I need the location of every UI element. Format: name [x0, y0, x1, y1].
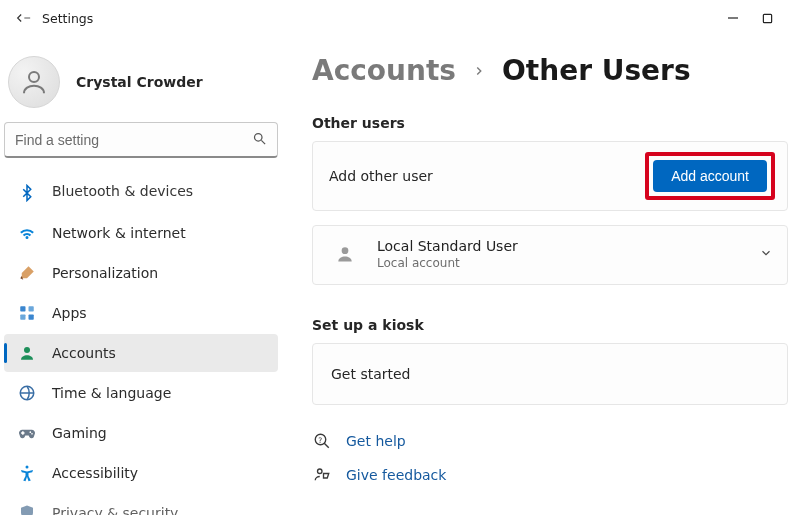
- breadcrumb-current: Other Users: [502, 54, 691, 87]
- sidebar-item-accessibility[interactable]: Accessibility: [4, 454, 278, 492]
- section-kiosk-label: Set up a kiosk: [312, 317, 788, 333]
- user-entry-name: Local Standard User: [377, 238, 741, 254]
- bluetooth-icon: [16, 182, 38, 204]
- nav-list: Bluetooth & devices Network & internet P…: [0, 172, 282, 515]
- sidebar-item-privacy[interactable]: Privacy & security: [4, 494, 278, 515]
- avatar: [8, 56, 60, 108]
- svg-point-13: [31, 433, 33, 435]
- get-help-row[interactable]: ? Get help: [312, 431, 788, 451]
- person-icon: [331, 240, 359, 268]
- svg-point-3: [29, 72, 39, 82]
- kiosk-get-started-row[interactable]: Get started: [312, 343, 788, 405]
- shield-icon: [16, 502, 38, 515]
- svg-point-21: [318, 469, 323, 474]
- person-outline-icon: [19, 67, 49, 97]
- svg-line-5: [261, 140, 265, 144]
- person-icon: [16, 342, 38, 364]
- clock-globe-icon: [16, 382, 38, 404]
- give-feedback-row[interactable]: Give feedback: [312, 465, 788, 485]
- sidebar-item-gaming[interactable]: Gaming: [4, 414, 278, 452]
- sidebar-item-bluetooth[interactable]: Bluetooth & devices: [4, 174, 278, 212]
- feedback-icon: [312, 465, 332, 485]
- svg-rect-8: [20, 315, 25, 320]
- add-other-user-text: Add other user: [329, 168, 433, 184]
- sidebar-item-personalization[interactable]: Personalization: [4, 254, 278, 292]
- svg-rect-15: [21, 432, 24, 434]
- window-title: Settings: [42, 11, 93, 26]
- svg-point-16: [26, 466, 29, 469]
- breadcrumb-parent[interactable]: Accounts: [312, 54, 456, 87]
- give-feedback-link[interactable]: Give feedback: [346, 467, 446, 483]
- sidebar-item-label: Gaming: [52, 425, 107, 441]
- section-other-users-label: Other users: [312, 115, 788, 131]
- sidebar-item-label: Time & language: [52, 385, 171, 401]
- minimize-button[interactable]: [724, 9, 742, 27]
- breadcrumb: Accounts Other Users: [312, 54, 788, 87]
- apps-icon: [16, 302, 38, 324]
- accessibility-icon: [16, 462, 38, 484]
- svg-point-12: [30, 431, 32, 433]
- search-input[interactable]: [15, 132, 252, 148]
- search-icon: [252, 131, 267, 149]
- svg-rect-6: [20, 306, 25, 311]
- sidebar-item-label: Privacy & security: [52, 505, 178, 515]
- chevron-right-icon: [472, 61, 486, 81]
- wifi-icon: [16, 222, 38, 244]
- gamepad-icon: [16, 422, 38, 444]
- svg-point-10: [24, 347, 30, 353]
- profile-username: Crystal Crowder: [76, 74, 203, 90]
- titlebar: Settings: [0, 0, 798, 36]
- window-controls: [724, 9, 790, 27]
- kiosk-get-started-text: Get started: [331, 366, 411, 382]
- sidebar: Crystal Crowder Bluetooth & devices Netw…: [0, 36, 282, 515]
- svg-point-4: [255, 133, 263, 141]
- sidebar-item-accounts[interactable]: Accounts: [4, 334, 278, 372]
- back-button[interactable]: [8, 4, 36, 32]
- get-help-link[interactable]: Get help: [346, 433, 406, 449]
- svg-rect-7: [29, 306, 34, 311]
- maximize-button[interactable]: [758, 9, 776, 27]
- add-account-button[interactable]: Add account: [653, 160, 767, 192]
- svg-rect-9: [29, 315, 34, 320]
- svg-point-17: [342, 247, 349, 254]
- highlight-annotation: Add account: [645, 152, 775, 200]
- sidebar-item-label: Bluetooth & devices: [52, 183, 193, 199]
- sidebar-item-label: Apps: [52, 305, 87, 321]
- sidebar-item-time[interactable]: Time & language: [4, 374, 278, 412]
- user-entry-type: Local account: [377, 256, 741, 270]
- sidebar-item-network[interactable]: Network & internet: [4, 214, 278, 252]
- sidebar-item-label: Accessibility: [52, 465, 138, 481]
- help-icon: ?: [312, 431, 332, 451]
- sidebar-item-apps[interactable]: Apps: [4, 294, 278, 332]
- sidebar-item-label: Accounts: [52, 345, 116, 361]
- add-other-user-row: Add other user Add account: [312, 141, 788, 211]
- search-field[interactable]: [4, 122, 278, 158]
- sidebar-item-label: Personalization: [52, 265, 158, 281]
- profile-block[interactable]: Crystal Crowder: [0, 50, 282, 122]
- chevron-down-icon: [759, 246, 773, 263]
- brush-icon: [16, 262, 38, 284]
- svg-text:?: ?: [318, 436, 322, 445]
- main-content: Accounts Other Users Other users Add oth…: [282, 36, 798, 515]
- sidebar-item-label: Network & internet: [52, 225, 186, 241]
- svg-rect-2: [763, 14, 771, 22]
- svg-line-19: [324, 443, 329, 448]
- user-entry-row[interactable]: Local Standard User Local account: [312, 225, 788, 285]
